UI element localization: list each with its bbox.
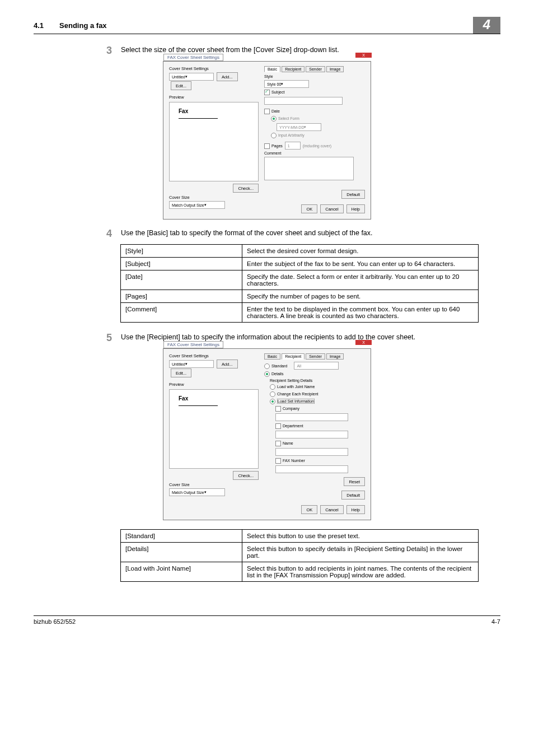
default-button[interactable]: Default (341, 190, 365, 199)
load-set-radio[interactable] (270, 399, 275, 404)
check-button[interactable]: Check... (233, 471, 259, 480)
close-icon[interactable]: X (355, 53, 372, 58)
help-button[interactable]: Help (346, 505, 365, 514)
preview-line (179, 405, 218, 406)
add-button[interactable]: Add... (217, 360, 238, 368)
ok-button[interactable]: OK (301, 505, 317, 514)
settings-select[interactable]: Untitled ▾ (169, 360, 214, 368)
change-each-radio[interactable] (270, 391, 275, 397)
tab-image[interactable]: Image (326, 66, 344, 72)
fax-cover-dialog-basic: FAX Cover Sheet Settings X Cover Sheet S… (163, 61, 371, 220)
table-row: [Load with Joint Name]Select this button… (121, 562, 479, 582)
details-label: Details (271, 372, 283, 376)
tab-basic[interactable]: Basic (264, 353, 280, 360)
standard-label: Standard (271, 364, 287, 368)
details-radio[interactable] (264, 371, 270, 377)
faxnum-checkbox[interactable] (275, 458, 281, 464)
comment-label: Comment (264, 151, 365, 155)
tab-recipient[interactable]: Recipient (282, 66, 305, 72)
preview-label: Preview (169, 95, 259, 100)
reset-button[interactable]: Reset (344, 477, 365, 486)
subject-label: Subject (271, 90, 284, 94)
dialog-title: FAX Cover Sheet Settings (163, 341, 223, 348)
including-cover-label: (including cover) (303, 144, 331, 148)
company-input[interactable] (275, 413, 348, 421)
faxnum-input[interactable] (275, 465, 348, 473)
standard-select[interactable]: All (294, 362, 339, 370)
chapter-badge: 4 (473, 17, 500, 34)
check-button[interactable]: Check... (233, 184, 259, 193)
company-checkbox[interactable] (275, 406, 281, 412)
tabs: Basic Recipient Sender Image (264, 66, 365, 72)
date-checkbox[interactable] (264, 109, 270, 114)
footer-product: bizhub 652/552 (34, 618, 76, 625)
name-checkbox[interactable] (275, 441, 281, 446)
step-number: 4 (106, 228, 121, 239)
pages-input[interactable]: 1 (285, 142, 301, 150)
cover-size-label: Cover Size (169, 195, 259, 200)
subject-checkbox[interactable] (264, 90, 270, 95)
cover-size-select[interactable]: Match Output Size ▾ (169, 201, 225, 209)
cover-sheet-settings-label: Cover Sheet Settings (169, 353, 259, 358)
tab-basic[interactable]: Basic (264, 66, 280, 72)
comment-textarea[interactable] (264, 157, 354, 180)
add-button[interactable]: Add... (217, 72, 238, 81)
tab-sender[interactable]: Sender (306, 353, 325, 360)
department-input[interactable] (275, 431, 348, 438)
date-format-select[interactable]: YYYY-MM-DD ▾ (277, 123, 321, 131)
close-icon[interactable]: X (355, 340, 372, 345)
preview-fax-title: Fax (179, 395, 188, 402)
cancel-button[interactable]: Cancel (320, 204, 343, 213)
cancel-button[interactable]: Cancel (320, 505, 343, 514)
load-set-label: Load Set Information (277, 399, 315, 404)
dialog-title: FAX Cover Sheet Settings (163, 54, 223, 61)
tab-image[interactable]: Image (326, 353, 344, 360)
tabs: Basic Recipient Sender Image (264, 353, 365, 360)
recipient-options-table: [Standard]Select this button to use the … (120, 529, 479, 582)
edit-button[interactable]: Edit... (171, 81, 191, 90)
load-joint-label: Load with Joint Name (277, 385, 315, 389)
footer-page: 4-7 (491, 618, 500, 625)
standard-radio[interactable] (264, 363, 270, 369)
tab-recipient[interactable]: Recipient (282, 353, 305, 360)
table-row: [Style]Select the desired cover format d… (121, 245, 479, 258)
table-row: [Pages]Specify the number of pages to be… (121, 290, 479, 303)
select-form-radio[interactable] (271, 116, 277, 122)
subject-input[interactable] (264, 97, 343, 105)
company-label: Company (283, 407, 299, 410)
select-form-label: Select Form (278, 116, 299, 120)
table-row: [Comment]Enter the text to be displayed … (121, 303, 479, 323)
name-label: Name (283, 441, 293, 445)
style-label: Style (264, 74, 365, 78)
load-joint-radio[interactable] (270, 384, 275, 390)
edit-button[interactable]: Edit... (171, 368, 191, 377)
name-input[interactable] (275, 448, 348, 456)
step-text: Select the size of the cover sheet from … (121, 45, 339, 55)
input-arbitrarily-radio[interactable] (271, 133, 277, 138)
section-title: Sending a fax (59, 21, 107, 30)
faxnum-label: FAX Number (283, 459, 305, 463)
style-select[interactable]: Style 00 ▾ (264, 80, 309, 88)
tab-sender[interactable]: Sender (306, 66, 325, 72)
preview-fax-title: Fax (179, 108, 188, 114)
step-text: Use the [Basic] tab to specify the forma… (121, 228, 373, 239)
step-number: 5 (106, 333, 121, 343)
change-each-label: Change Each Recipient (277, 392, 318, 396)
pages-checkbox[interactable] (264, 143, 270, 149)
table-row: [Subject]Enter the subject of the fax to… (121, 258, 479, 270)
preview-area: Fax (169, 389, 259, 469)
preview-area: Fax (169, 102, 259, 181)
help-button[interactable]: Help (346, 204, 365, 213)
table-row: [Details]Select this button to specify d… (121, 543, 479, 562)
ok-button[interactable]: OK (301, 204, 317, 213)
cover-size-select[interactable]: Match Output Size ▾ (169, 488, 225, 496)
department-checkbox[interactable] (275, 423, 281, 429)
step-number: 3 (106, 45, 121, 55)
preview-line (179, 118, 218, 119)
date-label: Date (271, 109, 280, 113)
default-button[interactable]: Default (341, 491, 365, 500)
step-4: 4 Use the [Basic] tab to specify the for… (106, 228, 500, 239)
page-footer: bizhub 652/552 4-7 (34, 615, 500, 625)
settings-select[interactable]: Untitled ▾ (169, 73, 214, 81)
pages-label: Pages (271, 144, 283, 148)
